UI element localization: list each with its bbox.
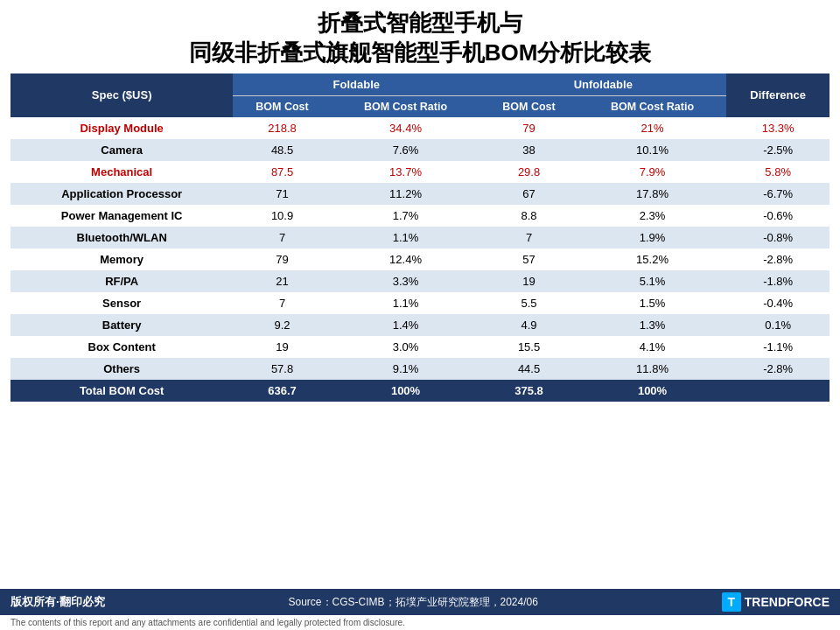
spec-cell: Box Content	[10, 336, 233, 358]
diff-cell: 5.8%	[726, 161, 830, 183]
u-bom-cost-cell: 79	[480, 117, 578, 139]
u-bom-ratio-header: BOM Cost Ratio	[578, 95, 727, 117]
spec-cell: Camera	[10, 139, 233, 161]
u-bom-cost-cell: 67	[480, 183, 578, 205]
disclaimer: The contents of this report and any atta…	[0, 615, 840, 630]
total-u-cost: 375.8	[480, 380, 578, 402]
diff-cell: 13.3%	[726, 117, 830, 139]
u-bom-cost-cell: 29.8	[480, 161, 578, 183]
u-bom-ratio-cell: 15.2%	[578, 248, 727, 270]
f-bom-cost-cell: 7	[233, 227, 331, 248]
title-line1: 折叠式智能型手机与	[318, 10, 522, 36]
f-bom-ratio-cell: 34.4%	[332, 117, 480, 139]
u-bom-ratio-cell: 11.8%	[578, 358, 727, 380]
f-bom-ratio-cell: 3.0%	[332, 336, 480, 358]
u-bom-ratio-cell: 5.1%	[578, 270, 727, 292]
u-bom-ratio-cell: 21%	[578, 117, 727, 139]
u-bom-cost-cell: 57	[480, 248, 578, 270]
f-bom-cost-cell: 21	[233, 270, 331, 292]
diff-cell: -2.5%	[726, 139, 830, 161]
u-bom-ratio-cell: 17.8%	[578, 183, 727, 205]
spec-cell: RF/PA	[10, 270, 233, 292]
total-f-ratio: 100%	[332, 380, 480, 402]
footer-logo: T TRENDFORCE	[722, 592, 830, 612]
total-row: Total BOM Cost 636.7 100% 375.8 100%	[10, 380, 830, 402]
table-row: Power Management IC 10.9 1.7% 8.8 2.3% -…	[10, 205, 830, 227]
u-bom-cost-cell: 7	[480, 227, 578, 248]
table-row: Camera 48.5 7.6% 38 10.1% -2.5%	[10, 139, 830, 161]
f-bom-ratio-cell: 1.4%	[332, 314, 480, 336]
diff-cell: -0.4%	[726, 292, 830, 314]
u-bom-ratio-cell: 1.5%	[578, 292, 727, 314]
f-bom-cost-cell: 19	[233, 336, 331, 358]
f-bom-ratio-cell: 9.1%	[332, 358, 480, 380]
u-bom-ratio-cell: 7.9%	[578, 161, 727, 183]
f-bom-ratio-cell: 3.3%	[332, 270, 480, 292]
main-table: Spec ($US) Foldable Unfoldable Differenc…	[10, 74, 830, 402]
spec-cell: Others	[10, 358, 233, 380]
diff-cell: -6.7%	[726, 183, 830, 205]
diff-cell: -1.8%	[726, 270, 830, 292]
spec-cell: Bluetooth/WLAN	[10, 227, 233, 248]
f-bom-ratio-cell: 12.4%	[332, 248, 480, 270]
title-section: 折叠式智能型手机与 同级非折叠式旗舰智能型手机BOM分析比较表	[0, 0, 840, 74]
f-bom-ratio-cell: 1.1%	[332, 292, 480, 314]
diff-cell: 0.1%	[726, 314, 830, 336]
f-bom-cost-cell: 218.8	[233, 117, 331, 139]
f-bom-ratio-header: BOM Cost Ratio	[332, 95, 480, 117]
u-bom-cost-cell: 19	[480, 270, 578, 292]
table-body: Display Module 218.8 34.4% 79 21% 13.3% …	[10, 117, 830, 402]
footer-copyright: 版权所有·翻印必究	[10, 594, 105, 610]
main-title: 折叠式智能型手机与 同级非折叠式旗舰智能型手机BOM分析比较表	[18, 9, 822, 68]
table-row: RF/PA 21 3.3% 19 5.1% -1.8%	[10, 270, 830, 292]
u-bom-cost-cell: 44.5	[480, 358, 578, 380]
u-bom-ratio-cell: 2.3%	[578, 205, 727, 227]
trendforce-icon: T	[722, 592, 741, 612]
footer-source: Source：CGS-CIMB；拓墣产业研究院整理，2024/06	[105, 595, 722, 610]
spec-cell: Mechanical	[10, 161, 233, 183]
spec-cell: Display Module	[10, 117, 233, 139]
f-bom-cost-cell: 9.2	[233, 314, 331, 336]
table-row: Mechanical 87.5 13.7% 29.8 7.9% 5.8%	[10, 161, 830, 183]
u-bom-ratio-cell: 4.1%	[578, 336, 727, 358]
u-bom-ratio-cell: 1.3%	[578, 314, 727, 336]
u-bom-cost-cell: 4.9	[480, 314, 578, 336]
u-bom-cost-header: BOM Cost	[480, 95, 578, 117]
f-bom-cost-cell: 57.8	[233, 358, 331, 380]
table-row: Others 57.8 9.1% 44.5 11.8% -2.8%	[10, 358, 830, 380]
f-bom-cost-cell: 10.9	[233, 205, 331, 227]
header-group-row: Spec ($US) Foldable Unfoldable Differenc…	[10, 74, 830, 96]
table-row: Box Content 19 3.0% 15.5 4.1% -1.1%	[10, 336, 830, 358]
footer-section: 版权所有·翻印必究 Source：CGS-CIMB；拓墣产业研究院整理，2024…	[0, 589, 840, 615]
f-bom-cost-cell: 7	[233, 292, 331, 314]
table-row: Display Module 218.8 34.4% 79 21% 13.3%	[10, 117, 830, 139]
foldable-header: Foldable	[233, 74, 480, 96]
f-bom-ratio-cell: 13.7%	[332, 161, 480, 183]
f-bom-cost-cell: 71	[233, 183, 331, 205]
diff-cell: -0.8%	[726, 227, 830, 248]
u-bom-ratio-cell: 10.1%	[578, 139, 727, 161]
diff-cell: -0.6%	[726, 205, 830, 227]
total-u-ratio: 100%	[578, 380, 727, 402]
u-bom-ratio-cell: 1.9%	[578, 227, 727, 248]
u-bom-cost-cell: 38	[480, 139, 578, 161]
title-line2: 同级非折叠式旗舰智能型手机BOM分析比较表	[189, 39, 652, 66]
f-bom-ratio-cell: 11.2%	[332, 183, 480, 205]
f-bom-cost-header: BOM Cost	[233, 95, 331, 117]
table-row: Battery 9.2 1.4% 4.9 1.3% 0.1%	[10, 314, 830, 336]
diff-cell: -2.8%	[726, 358, 830, 380]
spec-cell: Application Processor	[10, 183, 233, 205]
f-bom-cost-cell: 87.5	[233, 161, 331, 183]
f-bom-ratio-cell: 1.1%	[332, 227, 480, 248]
u-bom-cost-cell: 8.8	[480, 205, 578, 227]
f-bom-ratio-cell: 7.6%	[332, 139, 480, 161]
table-container: Spec ($US) Foldable Unfoldable Differenc…	[10, 74, 830, 402]
page-wrapper: 折叠式智能型手机与 同级非折叠式旗舰智能型手机BOM分析比较表 Spec ($U…	[0, 0, 840, 630]
table-row: Application Processor 71 11.2% 67 17.8% …	[10, 183, 830, 205]
f-bom-cost-cell: 48.5	[233, 139, 331, 161]
spec-cell: Power Management IC	[10, 205, 233, 227]
spec-cell: Battery	[10, 314, 233, 336]
table-row: Sensor 7 1.1% 5.5 1.5% -0.4%	[10, 292, 830, 314]
f-bom-cost-cell: 79	[233, 248, 331, 270]
spec-cell: Memory	[10, 248, 233, 270]
